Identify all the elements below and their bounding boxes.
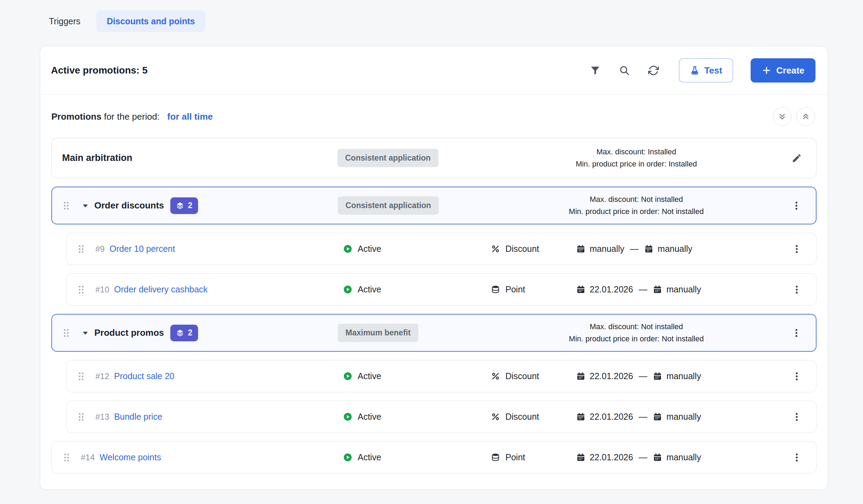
status-label: Active	[358, 284, 381, 294]
filter-button[interactable]	[586, 61, 605, 80]
calendar-icon	[576, 453, 586, 462]
group-count: 2	[188, 201, 193, 210]
date-separator: —	[639, 412, 647, 422]
promo-row-12: #12 Product sale 20 Active Discount 22.0…	[66, 360, 817, 392]
drag-handle-icon[interactable]	[76, 371, 86, 382]
tab-triggers[interactable]: Triggers	[39, 10, 91, 32]
promo-status: Active	[343, 284, 491, 294]
promo-name-cell: #12 Product sale 20	[95, 371, 343, 381]
promo-row-14: #14 Welcome points Active Point 22.01.20…	[51, 441, 817, 473]
period-filter-link[interactable]: for all time	[167, 111, 213, 122]
edit-arbitration-button[interactable]	[787, 148, 806, 168]
group-menu-button[interactable]	[787, 196, 806, 215]
group-title[interactable]: Order discounts	[94, 200, 164, 211]
promotions-card: Active promotions: 5 Test Create	[40, 46, 828, 490]
promo-type: Discount	[491, 412, 576, 422]
flask-icon	[690, 66, 700, 75]
status-label: Active	[358, 244, 381, 254]
promo-status: Active	[343, 244, 491, 254]
promo-status: Active	[343, 371, 491, 381]
calendar-icon	[576, 244, 586, 254]
promo-dates: 22.01.2026 — manually	[576, 371, 787, 381]
drag-handle-icon[interactable]	[61, 200, 71, 211]
promo-dates: 22.01.2026 — manually	[576, 284, 787, 294]
drag-handle-icon[interactable]	[61, 452, 72, 463]
end-date: manually	[666, 371, 701, 381]
promo-name-link[interactable]: Product sale 20	[114, 371, 174, 381]
group-name-cell: Product promos 2	[80, 325, 338, 341]
expand-all-button[interactable]	[796, 107, 815, 126]
promo-type: Discount	[491, 244, 576, 254]
promo-id: #9	[95, 244, 105, 254]
group-badge-cell: Maximum benefit	[338, 324, 486, 342]
drag-cell	[76, 284, 95, 295]
start-date: 22.01.2026	[590, 412, 633, 422]
date-separator: —	[639, 284, 647, 294]
group-row-product-promos: Product promos 2 Maximum benefit Max. di…	[51, 314, 817, 352]
group-row-order-discounts: Order discounts 2 Consistent application…	[51, 187, 817, 224]
max-discount-text: Max. discount: Not installed	[590, 322, 683, 331]
type-label: Point	[505, 452, 525, 462]
group-title[interactable]: Product promos	[94, 327, 164, 338]
calendar-icon	[653, 371, 662, 381]
kebab-menu-icon	[791, 200, 802, 211]
group-mode-badge: Maximum benefit	[338, 324, 418, 342]
drag-handle-icon[interactable]	[76, 412, 86, 422]
page-title: Active promotions: 5	[51, 65, 147, 76]
group-settings: Max. discount: Not installed Min. produc…	[486, 322, 787, 344]
promo-menu-button[interactable]	[787, 367, 806, 386]
promo-menu-button[interactable]	[787, 239, 806, 259]
promo-name-cell: #14 Welcome points	[81, 452, 343, 462]
create-button-label: Create	[776, 65, 804, 76]
active-status-icon	[343, 285, 352, 294]
group-menu-button[interactable]	[787, 323, 806, 343]
start-date: manually	[590, 244, 624, 254]
promo-row-9: #9 Order 10 percent Active Discount manu…	[66, 233, 817, 265]
kebab-menu-icon	[792, 412, 802, 422]
promo-name-link[interactable]: Welcome points	[100, 452, 161, 462]
group-badge-cell: Consistent application	[338, 196, 486, 215]
test-button[interactable]: Test	[679, 58, 734, 83]
refresh-button[interactable]	[644, 61, 663, 80]
collapse-group-button[interactable]	[80, 201, 90, 211]
arbitration-settings: Max. discount: Installed Min. product pr…	[486, 147, 787, 169]
group-mode-badge: Consistent application	[338, 196, 439, 215]
plus-icon	[762, 66, 771, 75]
search-button[interactable]	[615, 61, 634, 80]
header-actions: Test Create	[586, 58, 815, 83]
calendar-icon	[576, 371, 586, 381]
end-date: manually	[658, 244, 692, 254]
promo-menu-button[interactable]	[787, 407, 806, 427]
promo-name-link[interactable]: Order 10 percent	[110, 244, 175, 254]
create-button[interactable]: Create	[751, 58, 815, 83]
drag-handle-icon[interactable]	[61, 328, 71, 338]
promo-name-link[interactable]: Bundle price	[114, 412, 162, 422]
collapse-all-button[interactable]	[773, 107, 792, 126]
points-icon	[491, 285, 500, 294]
card-header: Active promotions: 5 Test Create	[40, 46, 828, 95]
drag-handle-icon[interactable]	[76, 244, 86, 254]
chevron-double-down-icon	[778, 112, 787, 121]
group-name-cell: Order discounts 2	[80, 197, 338, 214]
page: Triggers Discounts and points Active pro…	[0, 0, 863, 504]
top-tabs: Triggers Discounts and points	[0, 0, 863, 32]
search-icon	[619, 65, 630, 76]
promo-name-cell: #13 Bundle price	[95, 412, 343, 422]
test-button-label: Test	[704, 65, 723, 76]
promo-name-link[interactable]: Order delivery cashback	[114, 284, 208, 294]
promo-menu-button[interactable]	[787, 448, 806, 467]
kebab-menu-icon	[792, 371, 802, 382]
end-date: manually	[666, 412, 701, 422]
status-label: Active	[358, 452, 381, 462]
tab-discounts-and-points[interactable]: Discounts and points	[96, 10, 205, 32]
promo-menu-button[interactable]	[787, 280, 806, 299]
kebab-menu-icon	[792, 284, 802, 295]
layers-icon	[176, 202, 184, 210]
caret-down-icon	[80, 201, 90, 211]
pencil-icon	[792, 153, 802, 163]
collapse-group-button[interactable]	[80, 328, 90, 338]
drag-cell	[76, 412, 95, 422]
chevron-double-up-icon	[801, 112, 810, 121]
drag-handle-icon[interactable]	[76, 284, 86, 295]
promo-type: Discount	[491, 371, 576, 381]
